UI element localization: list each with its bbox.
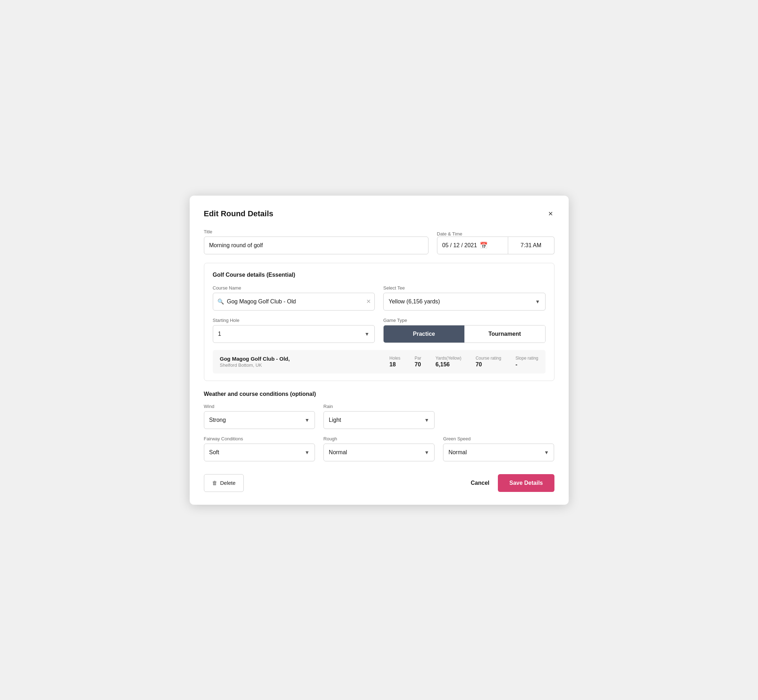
trash-icon: 🗑 — [212, 480, 218, 486]
search-icon: 🔍 — [218, 298, 224, 305]
footer-row: 🗑 Delete Cancel Save Details — [204, 469, 554, 492]
chevron-down-icon: ▼ — [305, 450, 310, 455]
slope-rating-stat: Slope rating - — [515, 356, 538, 368]
weather-section: Weather and course conditions (optional)… — [204, 391, 554, 461]
chevron-down-icon: ▼ — [544, 450, 549, 455]
time-value: 7:31 AM — [521, 242, 542, 248]
holes-stat: Holes 18 — [389, 356, 400, 368]
par-label: Par — [415, 356, 421, 361]
starting-hole-dropdown[interactable]: 1 ▼ — [213, 325, 375, 343]
delete-button[interactable]: 🗑 Delete — [204, 474, 244, 492]
datetime-label: Date & Time — [437, 231, 554, 236]
fairway-rough-green-row: Fairway Conditions Soft ▼ Rough Normal ▼… — [204, 436, 554, 461]
wind-group: Wind Strong ▼ — [204, 404, 315, 429]
rough-label: Rough — [324, 436, 434, 441]
select-tee-label: Select Tee — [383, 285, 545, 291]
rain-dropdown[interactable]: Light ▼ — [324, 411, 434, 429]
starting-hole-group: Starting Hole 1 ▼ — [213, 318, 375, 343]
chevron-down-icon: ▼ — [424, 450, 429, 455]
calendar-icon: 📅 — [480, 242, 487, 249]
yards-value: 6,156 — [435, 361, 450, 368]
game-type-label: Game Type — [383, 318, 545, 323]
datetime-inputs: 05 / 12 / 2021 📅 7:31 AM — [437, 236, 554, 254]
course-info-name: Gog Magog Golf Club - Old, — [220, 356, 376, 362]
weather-section-title: Weather and course conditions (optional) — [204, 391, 554, 397]
course-name-group: Course Name 🔍 Gog Magog Golf Club - Old … — [213, 285, 375, 311]
hole-gametype-row: Starting Hole 1 ▼ Game Type Practice Tou… — [213, 318, 545, 343]
course-rating-label: Course rating — [475, 356, 501, 361]
course-name-input[interactable]: 🔍 Gog Magog Golf Club - Old ✕ — [213, 293, 375, 311]
green-speed-group: Green Speed Normal ▼ — [443, 436, 554, 461]
course-info-location: Shelford Bottom, UK — [220, 362, 376, 368]
wind-rain-spacer — [443, 404, 554, 429]
fairway-group: Fairway Conditions Soft ▼ — [204, 436, 315, 461]
select-tee-value: Yellow (6,156 yards) — [388, 298, 535, 305]
save-button[interactable]: Save Details — [498, 474, 554, 492]
course-rating-stat: Course rating 70 — [475, 356, 501, 368]
edit-round-modal: Edit Round Details × Title Date & Time 0… — [190, 195, 568, 505]
chevron-down-icon: ▼ — [305, 417, 310, 423]
fairway-dropdown[interactable]: Soft ▼ — [204, 444, 315, 461]
slope-rating-value: - — [515, 361, 517, 368]
chevron-down-icon: ▼ — [535, 299, 540, 305]
golf-course-section: Golf Course details (Essential) Course N… — [204, 263, 554, 381]
par-value: 70 — [415, 361, 421, 368]
green-speed-dropdown[interactable]: Normal ▼ — [443, 444, 554, 461]
datetime-group: Date & Time 05 / 12 / 2021 📅 7:31 AM — [437, 231, 554, 254]
game-type-group: Game Type Practice Tournament — [383, 318, 545, 343]
starting-hole-label: Starting Hole — [213, 318, 375, 323]
clear-icon[interactable]: ✕ — [366, 298, 371, 305]
course-info-name-group: Gog Magog Golf Club - Old, Shelford Bott… — [220, 356, 376, 368]
rough-dropdown[interactable]: Normal ▼ — [324, 444, 434, 461]
cancel-button[interactable]: Cancel — [471, 480, 489, 486]
footer-right: Cancel Save Details — [471, 474, 554, 492]
yards-label: Yards(Yellow) — [435, 356, 462, 361]
title-label: Title — [204, 229, 429, 234]
select-tee-group: Select Tee Yellow (6,156 yards) ▼ — [383, 285, 545, 311]
green-speed-value: Normal — [448, 449, 544, 456]
golf-section-title: Golf Course details (Essential) — [213, 272, 545, 278]
practice-button[interactable]: Practice — [384, 325, 464, 342]
modal-header: Edit Round Details × — [204, 208, 554, 219]
game-type-toggle: Practice Tournament — [383, 325, 545, 343]
fairway-value: Soft — [209, 449, 305, 456]
wind-label: Wind — [204, 404, 315, 409]
rain-group: Rain Light ▼ — [324, 404, 434, 429]
green-speed-label: Green Speed — [443, 436, 554, 441]
rain-label: Rain — [324, 404, 434, 409]
course-name-value: Gog Magog Golf Club - Old — [227, 298, 364, 305]
date-value: 05 / 12 / 2021 — [442, 242, 477, 248]
time-input[interactable]: 7:31 AM — [508, 236, 554, 254]
chevron-down-icon: ▼ — [424, 417, 429, 423]
select-tee-dropdown[interactable]: Yellow (6,156 yards) ▼ — [383, 293, 545, 311]
close-button[interactable]: × — [547, 208, 554, 219]
rough-group: Rough Normal ▼ — [324, 436, 434, 461]
course-info-box: Gog Magog Golf Club - Old, Shelford Bott… — [213, 350, 545, 373]
holes-label: Holes — [389, 356, 400, 361]
wind-rain-row: Wind Strong ▼ Rain Light ▼ — [204, 404, 554, 429]
starting-hole-value: 1 — [218, 331, 365, 337]
course-tee-row: Course Name 🔍 Gog Magog Golf Club - Old … — [213, 285, 545, 311]
par-stat: Par 70 — [415, 356, 421, 368]
delete-label: Delete — [220, 480, 236, 486]
tournament-button[interactable]: Tournament — [464, 325, 545, 342]
date-input[interactable]: 05 / 12 / 2021 📅 — [437, 236, 508, 254]
top-row: Title Date & Time 05 / 12 / 2021 📅 7:31 … — [204, 229, 554, 254]
wind-dropdown[interactable]: Strong ▼ — [204, 411, 315, 429]
rain-value: Light — [329, 417, 424, 423]
chevron-down-icon: ▼ — [365, 331, 370, 337]
course-name-label: Course Name — [213, 285, 375, 291]
rough-value: Normal — [329, 449, 424, 456]
yards-stat: Yards(Yellow) 6,156 — [435, 356, 462, 368]
title-group: Title — [204, 229, 429, 254]
course-rating-value: 70 — [475, 361, 482, 368]
holes-value: 18 — [389, 361, 396, 368]
slope-rating-label: Slope rating — [515, 356, 538, 361]
title-input[interactable] — [204, 236, 429, 254]
fairway-label: Fairway Conditions — [204, 436, 315, 441]
modal-title: Edit Round Details — [204, 209, 274, 219]
wind-value: Strong — [209, 417, 305, 423]
